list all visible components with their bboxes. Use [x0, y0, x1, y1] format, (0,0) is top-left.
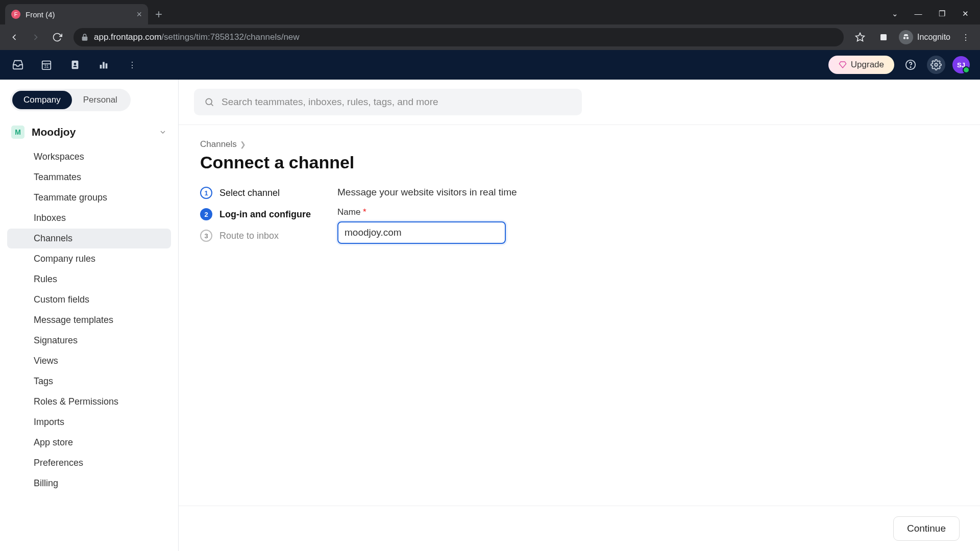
step-label: Log-in and configure — [219, 209, 311, 220]
svg-point-14 — [935, 63, 938, 66]
forward-button[interactable] — [28, 29, 44, 45]
workspace-badge: M — [11, 126, 24, 139]
sidebar-item-signatures[interactable]: Signatures — [7, 331, 171, 350]
lock-icon — [81, 33, 89, 41]
chevron-right-icon: ❯ — [240, 140, 246, 148]
settings-sidebar: Company Personal M Moodjoy WorkspacesTea… — [0, 80, 179, 551]
close-tab-icon[interactable]: × — [136, 9, 142, 20]
sidebar-item-inboxes[interactable]: Inboxes — [7, 208, 171, 228]
app-top-bar: 31 ⋮ Upgrade SJ — [0, 50, 980, 80]
tabs-dropdown-icon[interactable]: ⌄ — [890, 9, 899, 18]
step-number-icon: 1 — [200, 187, 212, 199]
more-apps-icon[interactable]: ⋮ — [125, 57, 140, 72]
browser-tab-strip: F Front (4) × + ⌄ — ❐ ✕ — [0, 0, 980, 24]
breadcrumb-root: Channels — [200, 139, 237, 149]
sidebar-item-teammate-groups[interactable]: Teammate groups — [7, 188, 171, 208]
browser-menu-icon[interactable]: ⋮ — [958, 29, 974, 45]
minimize-icon[interactable]: — — [914, 9, 923, 18]
svg-rect-1 — [880, 34, 887, 40]
svg-point-8 — [74, 63, 77, 65]
extensions-icon[interactable] — [875, 29, 892, 45]
back-button[interactable] — [6, 29, 22, 45]
scope-company[interactable]: Company — [12, 91, 72, 109]
user-avatar[interactable]: SJ — [952, 56, 970, 73]
continue-button[interactable]: Continue — [893, 516, 960, 541]
sidebar-item-billing[interactable]: Billing — [7, 473, 171, 493]
workspace-header[interactable]: M Moodjoy — [7, 120, 171, 144]
svg-point-3 — [906, 37, 909, 39]
sidebar-item-imports[interactable]: Imports — [7, 412, 171, 432]
url-domain: app.frontapp.com — [94, 32, 161, 42]
sidebar-item-channels[interactable]: Channels — [7, 229, 171, 248]
step-label: Select channel — [219, 188, 280, 198]
sidebar-item-tags[interactable]: Tags — [7, 371, 171, 391]
sidebar-item-app-store[interactable]: App store — [7, 433, 171, 453]
name-label: Name * — [337, 207, 517, 217]
maximize-icon[interactable]: ❐ — [937, 9, 946, 18]
main-content: Channels ❯ Connect a channel 1Select cha… — [179, 80, 980, 551]
sidebar-item-roles-permissions[interactable]: Roles & Permissions — [7, 392, 171, 412]
channel-description: Message your website visitors in real ti… — [337, 187, 517, 198]
svg-point-2 — [903, 37, 906, 39]
scope-personal[interactable]: Personal — [72, 91, 129, 109]
sidebar-item-message-templates[interactable]: Message templates — [7, 310, 171, 330]
search-icon — [204, 97, 214, 107]
browser-address-bar: app.frontapp.com/settings/tim:7858132/ch… — [0, 24, 980, 50]
calendar-icon[interactable]: 31 — [39, 57, 54, 72]
wizard-steps: 1Select channel2Log-in and configure3Rou… — [200, 187, 311, 251]
incognito-label: Incognito — [917, 33, 950, 42]
sidebar-item-preferences[interactable]: Preferences — [7, 453, 171, 473]
step-3: 3Route to inbox — [200, 230, 311, 242]
sidebar-item-rules[interactable]: Rules — [7, 269, 171, 289]
step-2[interactable]: 2Log-in and configure — [200, 208, 311, 220]
contacts-icon[interactable] — [67, 57, 83, 72]
browser-tab[interactable]: F Front (4) × — [5, 4, 148, 24]
settings-search[interactable] — [194, 89, 582, 115]
sidebar-item-workspaces[interactable]: Workspaces — [7, 147, 171, 167]
svg-rect-9 — [100, 65, 102, 68]
window-controls: ⌄ — ❐ ✕ — [880, 9, 980, 24]
new-tab-button[interactable]: + — [148, 7, 169, 24]
workspace-name: Moodjoy — [32, 126, 152, 138]
gem-icon — [839, 61, 847, 69]
page-title: Connect a channel — [200, 153, 959, 172]
settings-icon[interactable] — [927, 56, 945, 74]
svg-point-15 — [206, 98, 212, 105]
inbox-icon[interactable] — [10, 57, 26, 72]
step-1[interactable]: 1Select channel — [200, 187, 311, 199]
reload-button[interactable] — [49, 29, 65, 45]
bookmark-icon[interactable] — [852, 29, 868, 45]
analytics-icon[interactable] — [96, 57, 111, 72]
step-label: Route to inbox — [219, 231, 279, 241]
svg-line-16 — [211, 104, 213, 106]
chevron-down-icon — [159, 128, 167, 136]
svg-marker-0 — [856, 33, 865, 41]
required-indicator: * — [363, 207, 366, 217]
incognito-badge[interactable]: Incognito — [899, 30, 950, 44]
search-input[interactable] — [222, 96, 572, 108]
sidebar-item-custom-fields[interactable]: Custom fields — [7, 290, 171, 310]
svg-rect-11 — [106, 63, 108, 68]
sidebar-item-views[interactable]: Views — [7, 351, 171, 371]
step-number-icon: 2 — [200, 208, 212, 220]
footer-bar: Continue — [179, 506, 980, 551]
sidebar-item-company-rules[interactable]: Company rules — [7, 249, 171, 269]
channel-name-input[interactable] — [337, 221, 506, 244]
url-path: /settings/tim:7858132/channels/new — [161, 32, 299, 42]
step-number-icon: 3 — [200, 230, 212, 242]
upgrade-label: Upgrade — [851, 60, 884, 70]
url-input[interactable]: app.frontapp.com/settings/tim:7858132/ch… — [74, 28, 844, 46]
close-window-icon[interactable]: ✕ — [961, 9, 970, 18]
sidebar-item-teammates[interactable]: Teammates — [7, 167, 171, 187]
scope-toggle: Company Personal — [10, 89, 131, 111]
help-icon[interactable] — [901, 56, 920, 74]
svg-rect-10 — [103, 62, 105, 69]
upgrade-button[interactable]: Upgrade — [828, 56, 894, 74]
svg-point-13 — [910, 67, 911, 67]
breadcrumb[interactable]: Channels ❯ — [200, 139, 959, 149]
incognito-icon — [899, 30, 913, 44]
tab-favicon-icon: F — [11, 10, 20, 19]
avatar-initials: SJ — [957, 61, 965, 69]
tab-title: Front (4) — [26, 10, 55, 19]
svg-text:31: 31 — [44, 64, 49, 69]
